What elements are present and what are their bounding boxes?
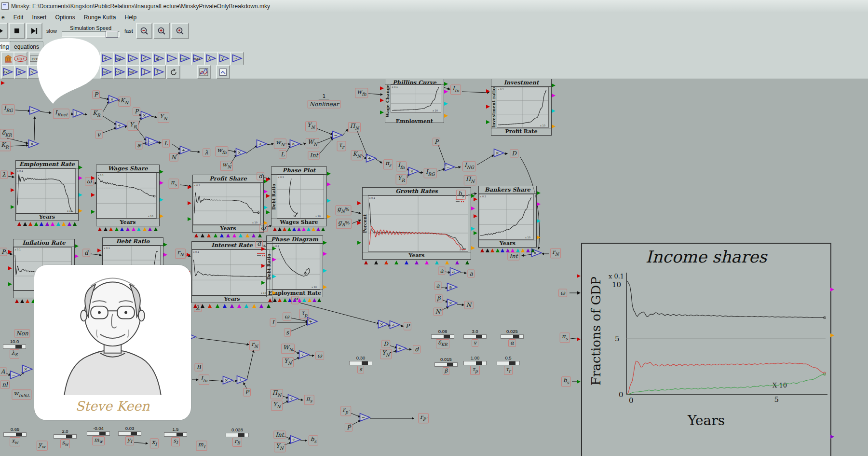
var-node-ING[interactable]: ING (462, 161, 476, 171)
menu-insert[interactable]: Insert (27, 13, 51, 22)
var-node-τp[interactable]: τp (299, 309, 309, 319)
var-node-a[interactable]: a (135, 141, 142, 150)
var-node-a[interactable]: a (434, 282, 441, 290)
slider-τr[interactable]: 0.5τr (497, 356, 520, 375)
var-node-YR[interactable]: YR (396, 174, 407, 184)
var-node-D[interactable]: D (510, 150, 518, 158)
slider-var-τp[interactable]: τp (470, 366, 480, 375)
var-node-πr[interactable]: πr (383, 159, 393, 169)
op-×[interactable]: × (289, 139, 301, 151)
var-node-L[interactable]: L (279, 151, 286, 159)
var-node-yw[interactable]: yw (37, 441, 48, 451)
var-node-WN[interactable]: WN (281, 344, 295, 354)
var-node-a[interactable]: a (467, 270, 475, 278)
palette-op-Σ[interactable]: Σ (152, 65, 166, 79)
step-button[interactable] (26, 23, 42, 39)
op-×[interactable]: × (235, 148, 247, 159)
var-node-v[interactable]: v (95, 131, 103, 139)
palette-op-¬[interactable]: ¬ (230, 52, 244, 66)
var-node-rN[interactable]: rN (175, 249, 186, 259)
slider-groove[interactable] (54, 434, 77, 439)
menu-runge-kutta[interactable]: Runge Kutta (80, 13, 121, 22)
var-node-d[interactable]: d (82, 249, 90, 257)
var-node-N[interactable]: N (464, 301, 474, 309)
var-node-Ifn[interactable]: Ifn (396, 161, 407, 171)
slider-s[interactable]: 0.30s (349, 356, 372, 373)
slider-var-rB[interactable]: rB (232, 438, 242, 447)
palette-op-tan[interactable]: tan (126, 65, 140, 79)
op-×[interactable]: × (108, 95, 120, 106)
op-a[interactable]: a (256, 139, 268, 151)
var-node-wfn[interactable]: wfn (215, 146, 228, 156)
var-node-YR[interactable]: YR (128, 121, 139, 131)
zoom-in-button[interactable] (153, 23, 170, 39)
slider-var-sI[interactable]: sI (171, 437, 179, 446)
palette-op-sin[interactable]: sin (100, 65, 114, 79)
slider-groove[interactable] (349, 361, 372, 365)
var-node-πs[interactable]: πs (560, 332, 570, 343)
zoom-reset-button[interactable] (171, 23, 189, 39)
op-÷[interactable]: ÷ (179, 145, 191, 157)
palette-op-xⁿ[interactable]: xⁿ (126, 52, 140, 66)
palette-rotate-button[interactable] (166, 65, 180, 79)
var-node-d[interactable]: d (413, 345, 420, 354)
var-node-s[interactable]: s (284, 329, 291, 337)
slider-τp[interactable]: 1.00τp (463, 356, 487, 375)
var-node-I[interactable]: I (270, 318, 276, 327)
tab-equations[interactable]: equations (10, 41, 43, 52)
op-×[interactable]: × (378, 319, 389, 331)
op-×[interactable]: × (140, 111, 152, 122)
slider-groove[interactable] (431, 334, 454, 339)
var-node-Ifn[interactable]: Ifn (450, 84, 461, 95)
slider-var-yI[interactable]: yI (125, 436, 134, 445)
plot-profit[interactable]: Profit Sharex 0.1x 10Years (192, 175, 264, 233)
var-node-a[interactable]: a (438, 267, 445, 275)
op-a[interactable]: a (449, 267, 461, 278)
op-×[interactable]: × (22, 364, 33, 376)
var-node-rN[interactable]: rN (249, 340, 260, 350)
op-÷[interactable]: ÷ (287, 394, 299, 405)
slider-var-λS[interactable]: λS (10, 349, 20, 359)
slider-groove[interactable] (226, 433, 249, 437)
slider-var-mw[interactable]: mw (92, 436, 105, 445)
var-node-KN[interactable]: KN (119, 97, 131, 107)
var-node-wfnNL[interactable]: wfnNL (12, 389, 31, 400)
var-node-Non[interactable]: Non (14, 330, 30, 338)
var-node-rp′[interactable]: rp′ (340, 406, 351, 416)
slider-δKR[interactable]: 0.08δKR (431, 329, 454, 348)
stop-button[interactable] (9, 23, 25, 39)
var-node-KR[interactable]: KR (91, 109, 102, 119)
op-÷[interactable]: ÷ (290, 435, 301, 446)
menu-e[interactable]: e (0, 13, 9, 22)
var-node-YN[interactable]: YN (305, 121, 317, 131)
var-node-P[interactable]: P (404, 322, 411, 331)
plot-growth[interactable]: Growth RatesPercentx 0.1x 10Years (362, 187, 471, 260)
slider-groove[interactable] (3, 345, 26, 349)
palette-op-cos[interactable]: cos (113, 65, 127, 79)
var-node-ΠN[interactable]: ΠN (271, 389, 283, 399)
plot-phillips[interactable]: Phillips CurveWage Changex 0.1x 10Employ… (385, 79, 444, 123)
op-÷[interactable]: ÷ (115, 121, 127, 132)
var-node-πs[interactable]: πs (304, 395, 314, 405)
palette-bank-button[interactable] (1, 52, 15, 66)
plot-employment[interactable]: Employment Ratex 0.1x 10Years (15, 160, 79, 221)
palette-note-button[interactable] (216, 65, 230, 79)
op-×[interactable]: × (28, 139, 40, 151)
var-node-N[interactable]: N (434, 308, 443, 316)
op-÷[interactable]: ÷ (396, 344, 407, 355)
slider-groove[interactable] (434, 362, 458, 367)
var-node-P[interactable]: P (133, 108, 140, 116)
var-node-ω[interactable]: ω (558, 289, 567, 297)
palette-op-max[interactable]: max (191, 52, 205, 66)
plot-bankers[interactable]: Bankers Sharex 0.1x 10Years (478, 186, 537, 248)
slider-groove[interactable] (164, 432, 187, 437)
var-node-πs[interactable]: πs (169, 179, 179, 189)
var-node-ω[interactable]: ω (315, 352, 324, 360)
slider-var-α[interactable]: α (508, 339, 515, 347)
var-node-YN[interactable]: YN (380, 349, 392, 359)
var-node-P[interactable]: P (92, 91, 100, 99)
var-node-B[interactable]: B (195, 363, 203, 372)
var-node-wN[interactable]: wN (220, 161, 233, 171)
menu-help[interactable]: Help (120, 13, 141, 22)
slider-groove[interactable] (497, 361, 520, 365)
